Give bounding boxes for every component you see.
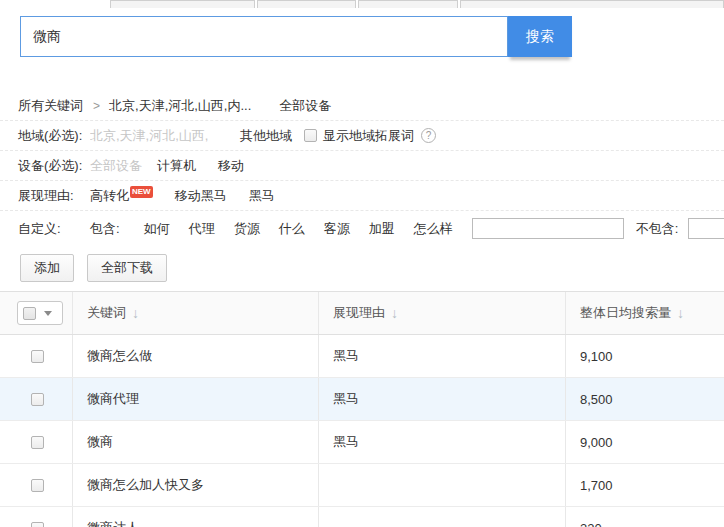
reason-option-high-conversion[interactable]: 高转化NEW <box>90 186 153 205</box>
reason-cell: 黑马 <box>318 335 565 377</box>
table-row[interactable]: 微商达人 320 <box>0 507 724 527</box>
keyword-cell: 微商怎么做 <box>72 335 318 377</box>
volume-cell: 1,700 <box>565 464 724 506</box>
caret-down-icon <box>44 311 52 316</box>
filter-row-device: 设备(必选): 全部设备 计算机 移动 <box>0 150 724 180</box>
reason-option-dark-horse[interactable]: 黑马 <box>249 187 275 205</box>
help-icon[interactable]: ? <box>421 128 436 143</box>
device-selected-value[interactable]: 全部设备 <box>90 157 134 175</box>
column-header-label: 关键词 <box>87 304 126 322</box>
table-header-row: 关键词 ↓ 展现理由 ↓ 整体日均搜索量 ↓ <box>0 291 724 335</box>
volume-cell: 8,500 <box>565 378 724 420</box>
show-region-expansion-label: 显示地域拓展词 <box>323 127 414 145</box>
table-row[interactable]: 微商代理 黑马 8,500 <box>0 378 724 421</box>
column-header-label: 整体日均搜索量 <box>580 304 671 322</box>
row-checkbox[interactable] <box>31 479 44 492</box>
breadcrumb-separator-icon: > <box>93 99 100 113</box>
include-option-join[interactable]: 加盟 <box>369 220 395 238</box>
action-bar: 添加 全部下载 <box>20 254 167 282</box>
top-tab-1[interactable] <box>110 0 255 8</box>
show-region-expansion-checkbox[interactable] <box>304 129 317 142</box>
volume-cell: 9,000 <box>565 421 724 463</box>
keyword-search-input[interactable] <box>20 16 508 57</box>
region-label: 地域(必选): <box>18 127 90 145</box>
top-tab-strip <box>110 0 724 8</box>
custom-label: 自定义: <box>18 220 90 238</box>
row-select-cell <box>0 507 72 527</box>
sort-down-icon[interactable]: ↓ <box>132 305 139 321</box>
row-select-cell <box>0 378 72 420</box>
download-all-button[interactable]: 全部下载 <box>87 254 167 282</box>
reason-label: 展现理由: <box>18 187 90 205</box>
keyword-cell: 微商达人 <box>72 507 318 527</box>
region-selected-value[interactable]: 北京,天津,河北,山西,... <box>90 127 208 145</box>
header-select-cell <box>0 292 72 334</box>
include-input[interactable] <box>472 218 624 239</box>
include-option-how-about[interactable]: 怎么样 <box>414 220 453 238</box>
include-option-customers[interactable]: 客源 <box>324 220 350 238</box>
include-option-supply[interactable]: 货源 <box>234 220 260 238</box>
filter-panel: 地域(必选): 北京,天津,河北,山西,... 其他地域 显示地域拓展词 ? 设… <box>0 120 724 246</box>
table-row[interactable]: 微商怎么加人快又多 1,700 <box>0 464 724 507</box>
search-button[interactable]: 搜索 <box>508 16 572 57</box>
column-header-label: 展现理由 <box>333 304 385 322</box>
keyword-cell: 微商代理 <box>72 378 318 420</box>
reason-cell <box>318 507 565 527</box>
volume-cell: 320 <box>565 507 724 527</box>
keywords-table: 关键词 ↓ 展现理由 ↓ 整体日均搜索量 ↓ 微商怎么做 黑马 9,100 微商… <box>0 291 724 527</box>
breadcrumb-all-keywords[interactable]: 所有关键词 <box>18 97 83 115</box>
top-tab-2[interactable] <box>257 0 356 8</box>
filter-row-reason: 展现理由: 高转化NEW 移动黑马 黑马 <box>0 180 724 210</box>
new-badge: NEW <box>130 186 153 198</box>
table-row[interactable]: 微商怎么做 黑马 9,100 <box>0 335 724 378</box>
row-select-cell <box>0 335 72 377</box>
column-header-reason[interactable]: 展现理由 ↓ <box>318 292 565 334</box>
row-checkbox[interactable] <box>31 436 44 449</box>
filter-row-region: 地域(必选): 北京,天津,河北,山西,... 其他地域 显示地域拓展词 ? <box>0 120 724 150</box>
include-label: 包含: <box>90 220 120 238</box>
row-select-cell <box>0 464 72 506</box>
breadcrumb-region[interactable]: 北京,天津,河北,山西,内... <box>109 97 251 115</box>
column-header-keyword[interactable]: 关键词 ↓ <box>72 292 318 334</box>
breadcrumb: 所有关键词 > 北京,天津,河北,山西,内... 全部设备 <box>18 97 331 115</box>
volume-cell: 9,100 <box>565 335 724 377</box>
top-tab-3[interactable] <box>358 0 458 8</box>
reason-cell: 黑马 <box>318 378 565 420</box>
breadcrumb-device[interactable]: 全部设备 <box>279 97 331 115</box>
reason-cell <box>318 464 565 506</box>
sort-down-icon[interactable]: ↓ <box>677 305 684 321</box>
keyword-cell: 微商 <box>72 421 318 463</box>
device-option-computer[interactable]: 计算机 <box>157 157 196 175</box>
include-option-how[interactable]: 如何 <box>144 220 170 238</box>
row-select-cell <box>0 421 72 463</box>
reason-option-mobile-dark-horse[interactable]: 移动黑马 <box>175 187 227 205</box>
keyword-cell: 微商怎么加人快又多 <box>72 464 318 506</box>
reason-option-label: 高转化 <box>90 188 129 203</box>
table-row[interactable]: 微商 黑马 9,000 <box>0 421 724 464</box>
sort-down-icon[interactable]: ↓ <box>391 305 398 321</box>
include-option-what[interactable]: 什么 <box>279 220 305 238</box>
device-option-mobile[interactable]: 移动 <box>218 157 244 175</box>
column-header-search-volume[interactable]: 整体日均搜索量 ↓ <box>565 292 724 334</box>
add-button[interactable]: 添加 <box>20 254 74 282</box>
other-region-link[interactable]: 其他地域 <box>240 127 292 145</box>
row-checkbox[interactable] <box>31 350 44 363</box>
exclude-input[interactable] <box>688 218 724 239</box>
select-all-checkbox[interactable] <box>23 307 36 320</box>
device-label: 设备(必选): <box>18 157 90 175</box>
row-checkbox[interactable] <box>31 393 44 406</box>
select-all-dropdown[interactable] <box>17 301 63 325</box>
exclude-label: 不包含: <box>636 220 679 238</box>
filter-row-custom: 自定义: 包含: 如何 代理 货源 什么 客源 加盟 怎么样 不包含: <box>0 210 724 246</box>
include-option-agent[interactable]: 代理 <box>189 220 215 238</box>
top-tab-4[interactable] <box>460 0 724 8</box>
row-checkbox[interactable] <box>31 522 44 527</box>
reason-cell: 黑马 <box>318 421 565 463</box>
